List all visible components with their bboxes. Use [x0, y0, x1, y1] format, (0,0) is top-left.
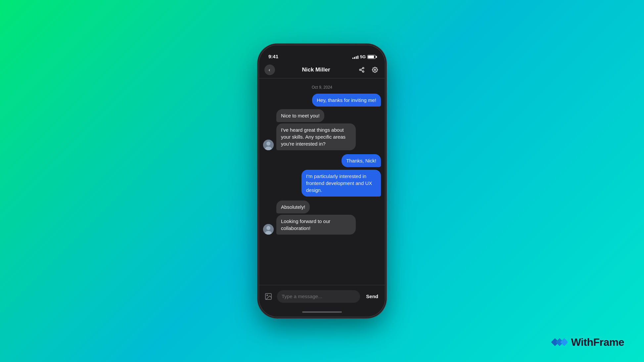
nav-title: Nick Miller — [278, 67, 354, 73]
chat-area: Oct 9, 2024 Hey, thanks for inviting me!… — [259, 78, 385, 285]
date-divider: Oct 9, 2024 — [259, 82, 385, 94]
message-bubble-received: Nice to meet you! — [276, 109, 324, 122]
avatar — [263, 140, 274, 150]
message-bubble-received: Looking forward to our collaboration! — [276, 215, 356, 235]
back-button[interactable]: ‹ — [264, 65, 275, 75]
message-row: Looking forward to our collaboration! — [263, 215, 381, 235]
send-button[interactable]: Send — [363, 292, 381, 300]
withframe-logo: WithFrame — [551, 336, 624, 349]
home-indicator — [259, 307, 385, 317]
message-row: Nice to meet you! — [263, 109, 381, 122]
message-row: I've heard great things about your skill… — [263, 123, 381, 150]
phone-notch — [300, 45, 344, 55]
svg-point-10 — [266, 226, 270, 230]
message-row: Hey, thanks for inviting me! — [263, 94, 381, 107]
avatar — [263, 224, 274, 235]
media-button[interactable] — [263, 291, 274, 302]
message-bubble-sent: Hey, thanks for inviting me! — [312, 94, 381, 107]
message-row: Absolutely! — [263, 201, 381, 213]
message-row: Thanks, Nick! — [263, 154, 381, 167]
back-chevron-icon: ‹ — [269, 67, 270, 72]
share-button[interactable] — [357, 65, 366, 74]
svg-point-5 — [374, 69, 376, 70]
received-message-group-2: Absolutely! Looking forward to our colla… — [263, 201, 381, 235]
svg-line-4 — [361, 68, 362, 69]
message-bubble-sent: Thanks, Nick! — [342, 154, 381, 167]
battery-icon — [367, 55, 376, 59]
network-type: 5G — [360, 54, 366, 59]
withframe-text: WithFrame — [571, 336, 624, 348]
input-bar: Send — [259, 285, 385, 307]
message-bubble-received: Absolutely! — [276, 201, 310, 213]
nav-bar: ‹ Nick Miller — [259, 61, 385, 78]
messages-container: Hey, thanks for inviting me! Nice to mee… — [259, 94, 385, 235]
message-input-wrapper[interactable] — [277, 290, 360, 303]
status-icons: 5G — [352, 54, 376, 59]
svg-point-7 — [266, 142, 270, 146]
home-bar — [302, 311, 342, 313]
message-row: I'm particularly interested in frontend … — [263, 170, 381, 197]
status-time: 9:41 — [268, 54, 278, 59]
withframe-icon — [551, 336, 568, 349]
settings-button[interactable] — [370, 65, 380, 74]
svg-line-3 — [361, 70, 362, 71]
message-bubble-received: I've heard great things about your skill… — [276, 123, 356, 150]
svg-point-13 — [267, 295, 268, 296]
nav-actions — [357, 65, 380, 74]
phone-frame: 9:41 5G ‹ Nick Miller — [259, 45, 385, 317]
message-input[interactable] — [282, 294, 355, 299]
received-message-group: Nice to meet you! I've heard great thing… — [263, 109, 381, 150]
signal-bars — [352, 55, 358, 59]
message-bubble-sent: I'm particularly interested in frontend … — [301, 170, 381, 197]
battery-fill — [368, 56, 374, 58]
